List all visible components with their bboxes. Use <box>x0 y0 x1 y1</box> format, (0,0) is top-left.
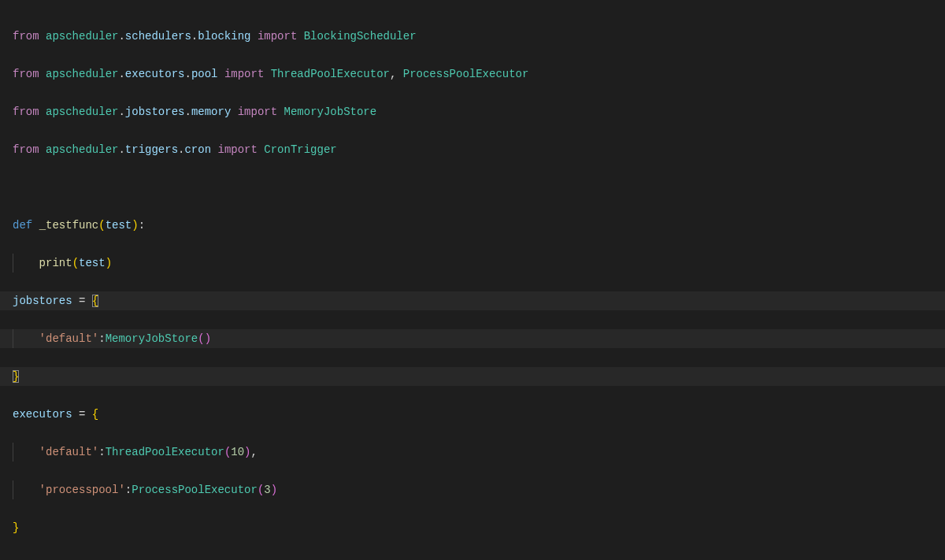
code-line-active: 'default':MemoryJobStore() <box>0 329 945 348</box>
code-line: from apscheduler.triggers.cron import Cr… <box>13 140 932 159</box>
code-line: 'default':ThreadPoolExecutor(10), <box>13 443 932 462</box>
code-line: print(test) <box>13 254 932 273</box>
blank-line <box>13 178 932 197</box>
code-line-active: } <box>0 367 945 386</box>
code-line: 'processpool':ProcessPoolExecutor(3) <box>13 480 932 499</box>
code-line: executors = { <box>13 405 932 424</box>
code-line: } <box>13 518 932 537</box>
code-line: def _testfunc(test): <box>13 216 932 235</box>
code-line: from apscheduler.executors.pool import T… <box>13 65 932 83</box>
code-line: job_defaults = { <box>13 556 932 560</box>
code-line: from apscheduler.jobstores.memory import… <box>13 102 932 121</box>
code-line-active: jobstores = { <box>0 291 945 310</box>
code-editor[interactable]: from apscheduler.schedulers.blocking imp… <box>0 8 945 560</box>
code-line: from apscheduler.schedulers.blocking imp… <box>13 27 932 46</box>
